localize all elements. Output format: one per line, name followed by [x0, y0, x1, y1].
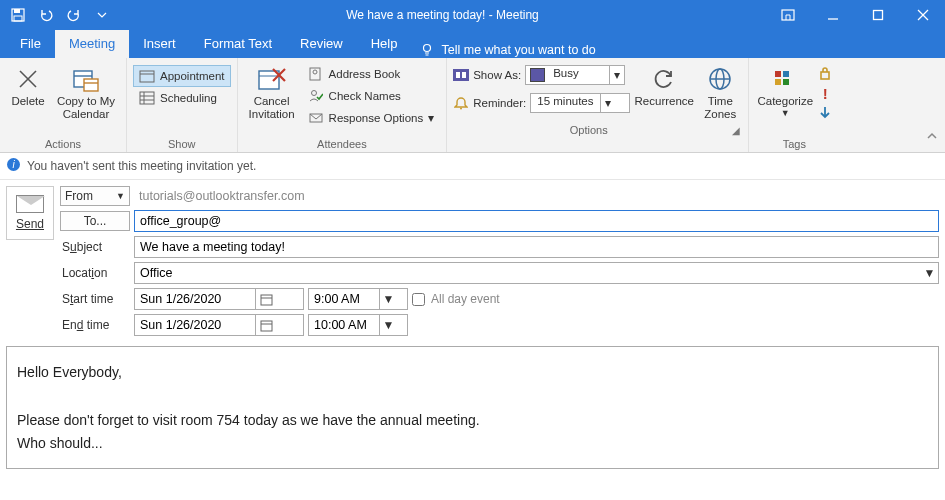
- start-date-input[interactable]: [135, 289, 255, 309]
- send-button[interactable]: Send: [6, 186, 54, 240]
- scheduling-button[interactable]: Scheduling: [133, 87, 231, 109]
- low-importance-icon[interactable]: [817, 105, 833, 121]
- options-dialog-launcher[interactable]: ◢: [732, 125, 742, 136]
- svg-rect-15: [140, 71, 154, 82]
- tab-review[interactable]: Review: [286, 30, 357, 58]
- end-hour-input[interactable]: [309, 315, 379, 335]
- to-button[interactable]: To...: [60, 211, 130, 231]
- from-button[interactable]: From ▼: [60, 186, 130, 206]
- chevron-down-icon: ▾: [428, 111, 434, 125]
- svg-rect-17: [140, 92, 154, 104]
- from-value: tutorials@outlooktransfer.com: [134, 189, 939, 203]
- show-as-combo[interactable]: Busy ▾: [525, 65, 625, 85]
- window-controls: [765, 0, 945, 30]
- svg-point-8: [424, 45, 431, 52]
- high-importance-icon[interactable]: !: [817, 85, 833, 101]
- categorize-button[interactable]: Categorize ▼: [755, 61, 815, 121]
- start-hour-input[interactable]: [309, 289, 379, 309]
- svg-rect-40: [821, 72, 829, 79]
- qat-customize-button[interactable]: [88, 1, 116, 29]
- busy-swatch-icon: [530, 68, 545, 82]
- time-zones-label: Time Zones: [704, 95, 736, 121]
- address-book-icon: [308, 66, 324, 82]
- cancel-invitation-button[interactable]: Cancel Invitation: [244, 61, 300, 129]
- close-button[interactable]: [900, 0, 945, 30]
- recurrence-button[interactable]: Recurrence: [632, 61, 696, 123]
- delete-label: Delete: [11, 95, 44, 108]
- ribbon: Delete Copy to My Calendar Actions Appoi…: [0, 58, 945, 153]
- group-options-label: Options: [453, 123, 724, 137]
- reminder-value: 15 minutes: [531, 94, 599, 112]
- svg-rect-21: [259, 71, 279, 89]
- private-icon[interactable]: [817, 65, 833, 81]
- show-as-label: Show As:: [473, 69, 521, 81]
- calendar-icon[interactable]: [255, 289, 277, 309]
- ribbon-display-button[interactable]: [765, 0, 810, 30]
- appointment-button[interactable]: Appointment: [133, 65, 231, 87]
- reminder-combo[interactable]: 15 minutes ▾: [530, 93, 630, 113]
- quick-access-toolbar: [0, 1, 120, 29]
- reminder-label: Reminder:: [473, 97, 526, 109]
- calendar-icon[interactable]: [255, 315, 277, 335]
- chevron-down-icon[interactable]: ▾: [609, 66, 624, 84]
- undo-button[interactable]: [32, 1, 60, 29]
- svg-rect-36: [775, 71, 781, 77]
- chevron-down-icon[interactable]: ▼: [379, 315, 397, 335]
- tab-format-text[interactable]: Format Text: [190, 30, 286, 58]
- location-label: Location: [60, 266, 130, 280]
- svg-point-32: [460, 108, 462, 110]
- location-dropdown-button[interactable]: ▼: [921, 262, 939, 284]
- show-as-icon: [453, 67, 469, 83]
- end-date-input[interactable]: [135, 315, 255, 335]
- response-options-icon: [308, 110, 324, 126]
- recurrence-label: Recurrence: [635, 95, 694, 108]
- delete-button[interactable]: Delete: [6, 61, 50, 123]
- subject-input[interactable]: [134, 236, 939, 258]
- tab-meeting[interactable]: Meeting: [55, 30, 129, 58]
- copy-to-calendar-button[interactable]: Copy to My Calendar: [52, 61, 120, 123]
- minimize-button[interactable]: [810, 0, 855, 30]
- location-input[interactable]: [134, 262, 921, 284]
- body-line1: Hello Everybody,: [17, 361, 928, 385]
- svg-rect-5: [873, 11, 882, 20]
- chevron-down-icon[interactable]: ▾: [600, 94, 616, 112]
- address-book-label: Address Book: [329, 68, 401, 80]
- tellme-search[interactable]: Tell me what you want to do: [411, 42, 603, 58]
- svg-rect-29: [453, 69, 469, 81]
- svg-rect-38: [775, 79, 781, 85]
- check-names-button[interactable]: Check Names: [302, 85, 441, 107]
- info-bar: i You haven't sent this meeting invitati…: [0, 153, 945, 180]
- address-book-button[interactable]: Address Book: [302, 63, 441, 85]
- body-line2: Please don't forget to visit room 754 to…: [17, 409, 928, 433]
- collapse-ribbon-button[interactable]: [925, 129, 939, 146]
- response-options-button[interactable]: Response Options ▾: [302, 107, 441, 129]
- svg-rect-44: [261, 295, 272, 305]
- group-options: Show As: Busy ▾ Reminder: 15 minutes ▾: [447, 58, 749, 152]
- all-day-checkbox[interactable]: All day event: [412, 292, 939, 306]
- envelope-icon: [16, 195, 44, 213]
- globe-icon: [704, 63, 736, 95]
- chevron-down-icon[interactable]: ▼: [379, 289, 397, 309]
- tab-insert[interactable]: Insert: [129, 30, 190, 58]
- to-label: To...: [84, 214, 107, 228]
- time-zones-button[interactable]: Time Zones: [698, 61, 742, 123]
- maximize-button[interactable]: [855, 0, 900, 30]
- all-day-label: All day event: [431, 292, 500, 306]
- end-date-combo[interactable]: [134, 314, 304, 336]
- start-hour-combo[interactable]: ▼: [308, 288, 408, 310]
- to-input[interactable]: [134, 210, 939, 232]
- svg-rect-2: [14, 16, 22, 21]
- tab-file[interactable]: File: [6, 30, 55, 58]
- tab-help[interactable]: Help: [357, 30, 412, 58]
- appointment-label: Appointment: [160, 70, 225, 82]
- end-hour-combo[interactable]: ▼: [308, 314, 408, 336]
- all-day-input[interactable]: [412, 293, 425, 306]
- start-date-combo[interactable]: [134, 288, 304, 310]
- info-text: You haven't sent this meeting invitation…: [27, 159, 256, 173]
- save-button[interactable]: [4, 1, 32, 29]
- message-body[interactable]: Hello Everybody, Please don't forget to …: [6, 346, 939, 469]
- redo-button[interactable]: [60, 1, 88, 29]
- svg-rect-37: [783, 71, 789, 77]
- check-names-icon: [308, 88, 324, 104]
- info-icon: i: [6, 157, 21, 175]
